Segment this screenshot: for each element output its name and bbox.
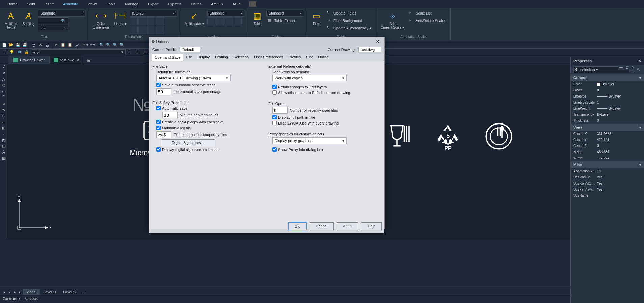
layer-lock-icon[interactable]: 🔒 — [24, 49, 30, 55]
minutes-input[interactable] — [162, 112, 178, 118]
dim-tool-icon[interactable] — [138, 17, 146, 25]
save-thumbnail-checkbox[interactable]: Save a thumbnail preview image — [156, 83, 265, 87]
arc-tool-icon[interactable]: ⌒ — [0, 94, 7, 101]
dim-style-combo[interactable]: ISO-25▾ — [130, 10, 177, 17]
menu-solid[interactable]: Solid — [22, 1, 39, 7]
region-tool-icon[interactable]: ▢ — [0, 143, 7, 149]
ok-button[interactable]: OK — [288, 222, 307, 230]
retain-xref-checkbox[interactable]: Retain changes to Xref layers — [272, 85, 381, 89]
default-format-combo[interactable]: AutoCAD 2013 Drawing (*.dwg)▾ — [156, 75, 231, 81]
prop-row[interactable]: LineWeightByLayer — [571, 106, 644, 112]
doc-tab[interactable]: test.dwg ✕ — [49, 56, 83, 64]
menu-app[interactable]: APP+ — [228, 1, 247, 7]
prop-row[interactable]: Center X361.9353 — [571, 131, 644, 137]
menu-express[interactable]: Express — [163, 1, 186, 7]
tab-file[interactable]: File — [183, 54, 195, 61]
layout-next-icon[interactable]: ▸ — [12, 289, 18, 295]
prop-row[interactable]: LinetypeByLayer — [571, 93, 644, 100]
line-tool-icon[interactable]: ╱ — [0, 64, 7, 70]
menu-export[interactable]: Export — [143, 1, 163, 7]
update-auto-button[interactable]: ↻Update Automatically ▾ — [325, 25, 373, 31]
text-tool-icon[interactable]: A — [0, 149, 7, 155]
table-tool-icon[interactable]: ▦ — [0, 155, 7, 161]
tab-drafting[interactable]: Drafting — [212, 54, 231, 61]
layer-on-icon[interactable]: 💡 — [9, 49, 15, 55]
spelling-button[interactable]: A Spelling — [21, 10, 37, 26]
text-find-input[interactable]: 🔍 — [38, 17, 68, 24]
add-delete-scales-button[interactable]: ⟐Add/Delete Scales — [407, 17, 448, 24]
tab-user-prefs[interactable]: User Preferences — [251, 54, 286, 61]
layout-first-icon[interactable]: ▴ — [1, 289, 7, 295]
dialog-close-icon[interactable]: ✕ — [374, 39, 382, 44]
tab-plot[interactable]: Plot — [303, 54, 315, 61]
zoom-prev-icon[interactable]: 🔍 — [119, 42, 125, 48]
leader-tool-icon[interactable] — [225, 17, 233, 25]
redo-icon[interactable]: ↷▾ — [89, 42, 96, 48]
zoom-icon[interactable]: 🔍 — [99, 42, 105, 48]
layout-tab-model[interactable]: Model — [23, 289, 40, 295]
rect-tool-icon[interactable]: ▭ — [0, 88, 7, 94]
close-panel-icon[interactable]: ✕ — [638, 59, 641, 63]
close-icon[interactable]: ✕ — [630, 65, 636, 70]
digital-signatures-button[interactable]: Digital Signatures... — [161, 139, 215, 146]
circle-tool-icon[interactable]: ○ — [0, 101, 7, 107]
plot-icon[interactable]: 🖨 — [44, 42, 50, 48]
menu-views[interactable]: Views — [83, 1, 102, 7]
multileader-button[interactable]: ↙ Multileader ▾ — [183, 10, 206, 26]
command-line[interactable]: Command: _saveas — [0, 295, 570, 303]
dim-tool-icon[interactable] — [156, 26, 164, 34]
maximize-icon[interactable]: ◻ — [624, 65, 630, 70]
field-background-button[interactable]: ▭Field Background — [325, 17, 373, 24]
text-style-combo[interactable]: Standard▾ — [38, 10, 85, 17]
paste-icon[interactable]: 📋 — [67, 42, 73, 48]
minimize-icon[interactable]: — — [618, 65, 624, 70]
zoom-window-icon[interactable]: 🔍 — [105, 42, 111, 48]
dim-tool-icon[interactable] — [147, 26, 155, 34]
print-icon[interactable]: 🖨 — [31, 42, 37, 48]
full-path-checkbox[interactable]: Display full path in title — [272, 115, 381, 119]
layer-freeze-icon[interactable]: ❄ — [16, 49, 22, 55]
layout-tab-2[interactable]: Layout2 — [60, 289, 80, 295]
scale-list-button[interactable]: ⟐Scale List — [407, 10, 448, 17]
prop-row[interactable]: Width177.224 — [571, 155, 644, 161]
display-sig-checkbox[interactable]: Display digital signature information — [156, 147, 265, 152]
auto-save-checkbox[interactable]: Automatic save — [156, 106, 265, 110]
prop-row[interactable]: Height48.4637 — [571, 149, 644, 155]
prop-row[interactable]: UcsIconOnYes — [571, 174, 644, 181]
linear-button[interactable]: ⊦⊣ Linear ▾ — [112, 10, 129, 26]
section-misc[interactable]: Misc▾ — [571, 161, 644, 168]
leader-tool-icon[interactable] — [234, 17, 242, 25]
spline-tool-icon[interactable]: ∿ — [0, 107, 7, 113]
dim-tool-icon[interactable] — [130, 17, 138, 25]
leader-style-combo[interactable]: Standard▾ — [207, 10, 244, 17]
layout-last-icon[interactable]: ▸| — [18, 289, 23, 295]
recent-files-input[interactable] — [272, 107, 288, 114]
block-tool-icon[interactable]: ⊞ — [0, 125, 7, 131]
prop-row[interactable]: Center Z0 — [571, 143, 644, 149]
load-lisp-checkbox[interactable]: Load ZWCAD.lsp with every drawing — [272, 121, 381, 125]
quick-dimension-button[interactable]: ⟷ Quick Dimension — [91, 10, 111, 30]
earc-tool-icon[interactable]: ⌓ — [0, 119, 7, 125]
prop-row[interactable]: AnnotationS...1:1 — [571, 168, 644, 174]
menu-arcgis[interactable]: ArcGIS — [206, 1, 227, 7]
dim-tool-icon[interactable] — [147, 17, 155, 25]
ellipse-tool-icon[interactable]: ⬭ — [0, 113, 7, 119]
table-style-combo[interactable]: Standard▾ — [266, 10, 303, 17]
menu-annotate[interactable]: Annotate — [58, 1, 83, 7]
open-icon[interactable]: 📂 — [8, 42, 14, 48]
copy-icon[interactable]: 📋 — [60, 42, 66, 48]
preview-icon[interactable]: 👁 — [37, 42, 44, 48]
incremental-input[interactable] — [156, 88, 171, 95]
tab-profiles[interactable]: Profiles — [286, 54, 304, 61]
hatch-tool-icon[interactable]: ▨ — [0, 137, 7, 143]
prop-row[interactable]: UcsIconAtOr...Yes — [571, 181, 644, 187]
prop-row[interactable]: Layer0 — [571, 87, 644, 93]
field-button[interactable]: ▭ Field — [309, 10, 324, 26]
doc-tab[interactable]: Drawing1.dwg* — [9, 56, 49, 64]
menu-extra-icon[interactable] — [249, 1, 256, 7]
dim-tool-icon[interactable] — [156, 17, 164, 25]
prop-row[interactable]: Center Y420.601 — [571, 137, 644, 143]
save-icon[interactable]: 💾 — [15, 42, 21, 48]
menu-insert[interactable]: Insert — [40, 1, 59, 7]
layer-combo[interactable]: ■ 0▾ — [31, 49, 126, 55]
